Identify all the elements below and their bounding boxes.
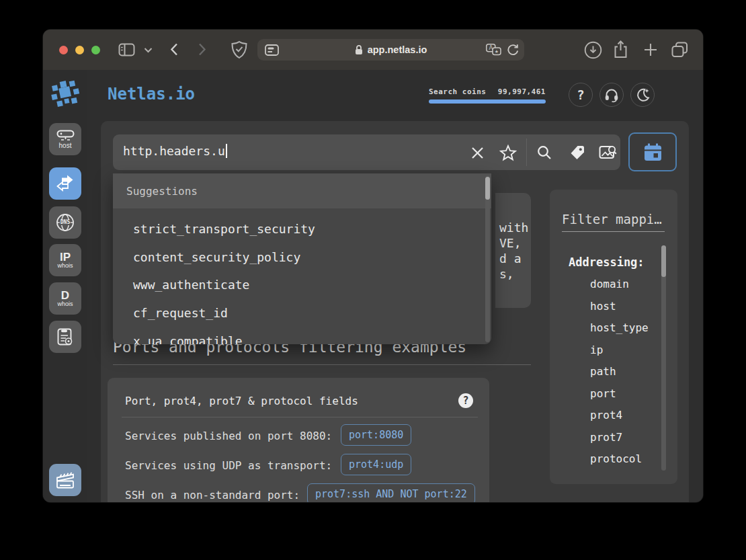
tag-icon[interactable] [568,143,587,162]
headset-icon [604,87,620,103]
lock-icon [355,44,363,55]
sidebar-item-responses[interactable] [49,167,81,200]
dns-label: DNS [60,220,71,225]
filter-item[interactable]: domain [590,278,629,290]
filter-item[interactable]: prot4 [590,409,622,422]
sidebar-item-domain-whois[interactable]: D whois [49,282,81,315]
examples-card-divider [122,417,478,417]
suggestion-item[interactable]: content_security_policy [133,250,300,264]
filter-mappings-panel: Filter mappi… Addressing: domain host ho… [550,190,677,484]
sidebar-item-certificates[interactable] [49,321,81,353]
search-coins-widget: Search coins 99,997,461 [429,87,546,104]
suggestions-header: Suggestions [113,173,491,208]
domain-whois-label: whois [57,301,73,307]
text-caret [226,144,227,158]
filter-scrollbar-track[interactable] [661,245,666,471]
filter-scrollbar-thumb[interactable] [661,245,666,277]
coins-progress-bar [429,99,546,104]
suggestion-item[interactable]: cf_request_id [133,306,228,320]
search-icon[interactable] [535,143,554,162]
ip-whois-ip-label: IP [60,251,71,263]
netlas-logo-icon[interactable] [50,78,81,109]
filter-title-underline [562,231,665,232]
dns-globe-icon: DNS [56,213,75,232]
search-toolbar-divider [526,138,527,166]
filter-item[interactable]: host_type [590,321,649,334]
example-query-chip[interactable]: prot7:ssh AND NOT port:22 [307,483,475,502]
example-row-label: Services using UDP as transport: [125,459,332,472]
new-tab-button[interactable] [643,42,658,57]
filter-panel-title: Filter mappi… [562,212,666,227]
moon-star-icon [635,87,651,103]
ip-whois-label: whois [57,263,73,269]
example-query-chip[interactable]: port:8080 [341,424,411,446]
app-header: Netlas.io Search coins 99,997,461 ? [87,70,703,121]
question-mark-icon: ? [462,395,468,407]
support-button[interactable] [599,83,624,107]
example-row-label: Services published on port 8080: [125,430,332,442]
occluded-info-card: with VE, d a s, [495,193,531,308]
chevron-down-icon[interactable] [144,47,153,53]
port-protocol-examples-card: Port, prot4, prot7 & protocol fields ? S… [108,378,489,502]
filter-item[interactable]: path [590,365,616,378]
downloads-button[interactable] [584,41,602,59]
browser-toolbar: app.netlas.io A★ [43,30,703,70]
filter-item[interactable]: protocol [590,452,642,465]
suggestions-dropdown: Suggestions strict_transport_security co… [113,173,491,344]
filter-item[interactable]: port [590,387,616,400]
section-divider [113,364,531,365]
clapperboard-icon [55,471,75,489]
occluded-text: s, [499,267,514,281]
filter-item[interactable]: host [590,300,616,313]
suggestion-item[interactable]: x_ua_compatible [133,334,243,344]
sidebar-toggle-icon[interactable] [118,43,135,56]
close-window-button[interactable] [59,46,68,54]
suggestion-item[interactable]: www_authenticate [133,278,249,292]
search-query-text: http.headers.u [123,144,227,158]
suggestion-item[interactable]: strict_transport_security [133,222,315,236]
sidebar-item-ip-whois[interactable]: IP whois [49,244,81,276]
reload-icon[interactable] [507,44,519,56]
scan-date-button[interactable] [628,132,677,171]
search-input[interactable]: http.headers.u [113,134,620,170]
question-mark-icon: ? [577,87,584,102]
examples-card-title: Port, prot4, prot7 & protocol fields [125,395,358,407]
host-label: host [59,143,72,149]
sidebar-item-dns[interactable]: DNS [49,206,81,239]
domain-whois-d-label: D [61,290,69,301]
example-query-chip[interactable]: prot4:udp [341,454,411,475]
save-search-star-icon[interactable] [499,143,517,162]
main-content-panel: http.headers.u Su [101,121,689,502]
svg-text:★: ★ [495,49,499,54]
filter-item[interactable]: prot7 [590,431,622,444]
sidebar-item-media[interactable] [49,464,81,496]
sidebar-item-host[interactable]: host [49,123,81,155]
request-response-arrows-icon [56,175,75,192]
forward-button[interactable] [198,43,206,56]
share-button[interactable] [613,40,628,59]
url-bar[interactable]: app.netlas.io A★ [257,39,524,61]
filter-item[interactable]: ip [590,344,603,356]
tools-sidebar: host DNS IP whois D whois [43,70,87,502]
url-text: app.netlas.io [368,44,427,55]
minimize-window-button[interactable] [75,46,84,54]
back-button[interactable] [170,43,178,56]
browser-window: app.netlas.io A★ Netlas.io Search coins [43,30,703,502]
occluded-text: d a [499,251,522,266]
privacy-shield-icon[interactable] [231,40,248,59]
tab-overview-button[interactable] [671,42,688,58]
dark-mode-toggle[interactable] [630,83,655,107]
clear-search-icon[interactable] [468,143,487,162]
dropdown-scrollbar-track[interactable] [485,175,490,342]
occluded-text: with [499,221,528,235]
image-search-icon[interactable] [598,143,617,162]
help-button[interactable]: ? [569,83,593,107]
netlas-logo-text[interactable]: Netlas.io [108,85,195,104]
filter-group-addressing: Addressing: [569,255,645,269]
examples-help-button[interactable]: ? [458,393,473,408]
example-row-label: SSH on a non-standard port: [125,489,300,502]
translate-icon[interactable]: A★ [486,44,501,56]
host-server-icon [56,130,75,141]
zoom-window-button[interactable] [91,46,100,54]
dropdown-scrollbar-thumb[interactable] [485,177,490,200]
